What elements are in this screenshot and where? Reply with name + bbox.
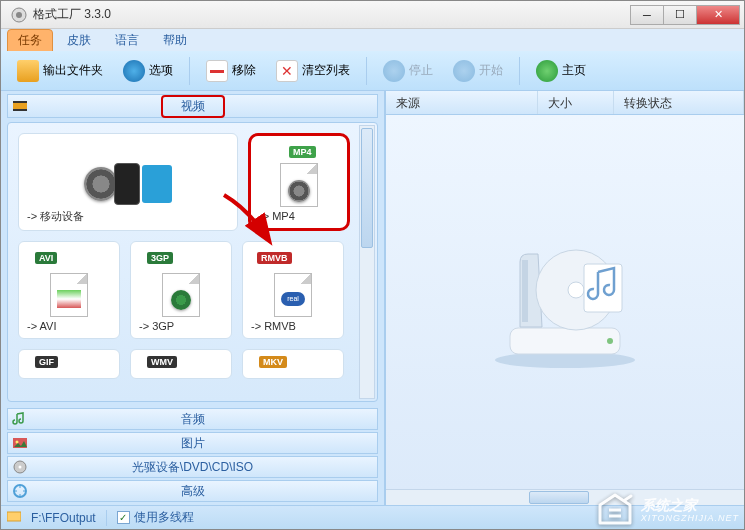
tile-mkv[interactable]: MKV xyxy=(242,349,344,379)
options-label: 选项 xyxy=(149,62,173,79)
options-icon xyxy=(123,60,145,82)
category-picture-label: 图片 xyxy=(181,435,205,452)
disc-icon xyxy=(12,459,28,475)
tile-gif[interactable]: GIF xyxy=(18,349,120,379)
menu-lang[interactable]: 语言 xyxy=(105,30,149,51)
svg-point-8 xyxy=(19,466,22,469)
folder-small-icon xyxy=(7,510,21,525)
app-icon xyxy=(11,7,27,23)
stop-button[interactable]: 停止 xyxy=(375,57,441,85)
svg-rect-13 xyxy=(522,260,528,322)
rmvb-badge: RMVB xyxy=(257,252,292,264)
separator xyxy=(519,57,520,85)
horizontal-scrollbar[interactable] xyxy=(386,489,744,505)
menu-help[interactable]: 帮助 xyxy=(153,30,197,51)
left-panel: 视频 -> 移动设备 MP4 xyxy=(1,91,386,505)
preview-placeholder-icon xyxy=(480,232,650,372)
tile-mp4[interactable]: MP4 -> MP4 xyxy=(248,133,350,231)
preview-pane xyxy=(386,115,744,489)
tile-mobile[interactable]: -> 移动设备 xyxy=(18,133,238,231)
tile-rmvb[interactable]: RMVB real -> RMVB xyxy=(242,241,344,339)
tile-3gp[interactable]: 3GP -> 3GP xyxy=(130,241,232,339)
category-advanced-label: 高级 xyxy=(181,483,205,500)
svg-rect-4 xyxy=(13,109,27,111)
category-video[interactable]: 视频 xyxy=(7,94,378,118)
gif-badge: GIF xyxy=(35,356,58,368)
separator xyxy=(366,57,367,85)
svg-point-6 xyxy=(16,441,19,444)
task-list-header: 来源 大小 转换状态 xyxy=(386,91,744,115)
tile-3gp-label: -> 3GP xyxy=(131,320,174,332)
separator xyxy=(189,57,190,85)
category-disc[interactable]: 光驱设备\DVD\CD\ISO xyxy=(7,456,378,478)
menu-skin[interactable]: 皮肤 xyxy=(57,30,101,51)
avi-badge: AVI xyxy=(35,252,57,264)
tile-mp4-label: -> MP4 xyxy=(251,210,295,222)
maximize-button[interactable]: ☐ xyxy=(663,5,697,25)
mkv-badge: MKV xyxy=(259,356,287,368)
clear-button[interactable]: ✕ 清空列表 xyxy=(268,57,358,85)
home-button[interactable]: 主页 xyxy=(528,57,594,85)
mp4-badge: MP4 xyxy=(289,146,316,158)
right-panel: 来源 大小 转换状态 xyxy=(386,91,744,505)
svg-rect-11 xyxy=(510,328,620,354)
folder-icon xyxy=(17,60,39,82)
menu-task[interactable]: 任务 xyxy=(7,29,53,52)
remove-button[interactable]: 移除 xyxy=(198,57,264,85)
3gp-thumb xyxy=(151,270,211,320)
close-button[interactable]: ✕ xyxy=(696,5,740,25)
3gp-badge: 3GP xyxy=(147,252,173,264)
stop-label: 停止 xyxy=(409,62,433,79)
svg-rect-17 xyxy=(7,512,21,521)
category-video-label: 视频 xyxy=(161,95,225,118)
tile-avi[interactable]: AVI -> AVI xyxy=(18,241,120,339)
app-window: 格式工厂 3.3.0 ─ ☐ ✕ 任务 皮肤 语言 帮助 输出文件夹 选项 移除… xyxy=(0,0,745,530)
scrollbar-thumb[interactable] xyxy=(529,491,589,504)
category-disc-label: 光驱设备\DVD\CD\ISO xyxy=(132,459,253,476)
mobile-thumb xyxy=(58,159,198,209)
tile-avi-label: -> AVI xyxy=(19,320,56,332)
title-bar[interactable]: 格式工厂 3.3.0 ─ ☐ ✕ xyxy=(1,1,744,29)
output-path[interactable]: F:\FFOutput xyxy=(31,511,96,525)
svg-rect-3 xyxy=(13,101,27,103)
svg-point-12 xyxy=(607,338,613,344)
tile-rmvb-label: -> RMVB xyxy=(243,320,296,332)
output-folder-button[interactable]: 输出文件夹 xyxy=(9,57,111,85)
category-audio[interactable]: 音频 xyxy=(7,408,378,430)
window-title: 格式工厂 3.3.0 xyxy=(33,6,631,23)
vertical-scrollbar[interactable] xyxy=(359,125,375,399)
globe-icon xyxy=(536,60,558,82)
col-size[interactable]: 大小 xyxy=(538,91,614,114)
wmv-badge: WMV xyxy=(147,356,177,368)
tile-mobile-label: -> 移动设备 xyxy=(19,209,84,224)
audio-icon xyxy=(12,411,28,427)
home-label: 主页 xyxy=(562,62,586,79)
category-advanced[interactable]: 高级 xyxy=(7,480,378,502)
status-bar: F:\FFOutput ✓ 使用多线程 xyxy=(1,505,744,529)
multithread-checkbox[interactable]: ✓ 使用多线程 xyxy=(117,509,194,526)
picture-icon xyxy=(12,435,28,451)
minimize-button[interactable]: ─ xyxy=(630,5,664,25)
format-scroll-area: -> 移动设备 MP4 -> MP4 AVI -> AVI xyxy=(7,122,378,402)
category-picture[interactable]: 图片 xyxy=(7,432,378,454)
col-source[interactable]: 来源 xyxy=(386,91,538,114)
remove-icon xyxy=(206,60,228,82)
tile-grid: -> 移动设备 MP4 -> MP4 AVI -> AVI xyxy=(18,133,353,379)
tile-wmv[interactable]: WMV xyxy=(130,349,232,379)
category-audio-label: 音频 xyxy=(181,411,205,428)
output-folder-label: 输出文件夹 xyxy=(43,62,103,79)
checkbox-icon: ✓ xyxy=(117,511,130,524)
scrollbar-thumb[interactable] xyxy=(361,128,373,248)
start-label: 开始 xyxy=(479,62,503,79)
options-button[interactable]: 选项 xyxy=(115,57,181,85)
stop-icon xyxy=(383,60,405,82)
remove-label: 移除 xyxy=(232,62,256,79)
rmvb-thumb: real xyxy=(263,270,323,320)
menu-bar: 任务 皮肤 语言 帮助 xyxy=(1,29,744,51)
svg-point-1 xyxy=(16,12,22,18)
start-button[interactable]: 开始 xyxy=(445,57,511,85)
col-status[interactable]: 转换状态 xyxy=(614,91,744,114)
svg-point-15 xyxy=(568,282,584,298)
start-icon xyxy=(453,60,475,82)
video-icon xyxy=(12,98,28,114)
